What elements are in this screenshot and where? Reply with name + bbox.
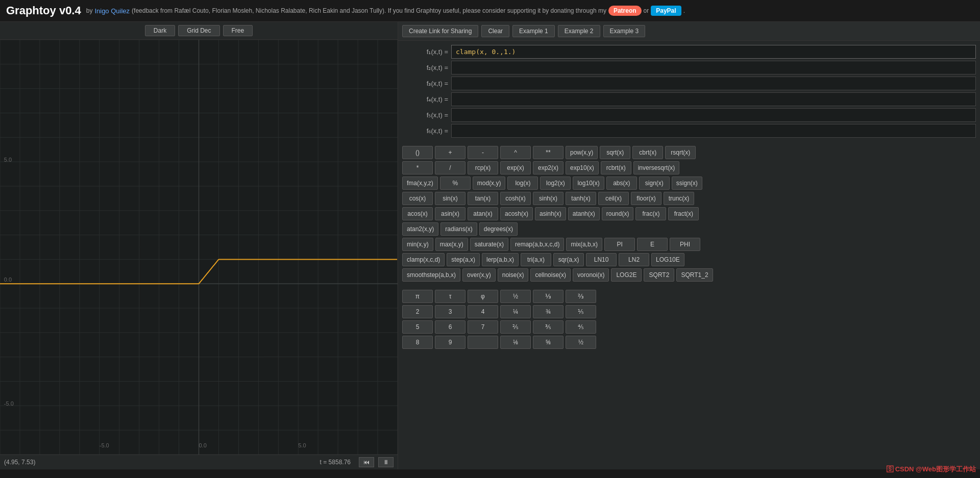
dark-button[interactable]: Dark: [145, 25, 175, 36]
kbtn-_[interactable]: +: [435, 146, 465, 159]
kbtn-sin_x_[interactable]: sin(x): [435, 192, 465, 205]
nbtn-num-row4-0[interactable]: 8: [402, 336, 433, 349]
kbtn-asin_x_[interactable]: asin(x): [435, 207, 465, 220]
kbtn-mix_a_b_x_[interactable]: mix(a,b,x): [566, 238, 602, 251]
function-input-3[interactable]: [451, 77, 976, 90]
kbtn-max_x_y_[interactable]: max(x,y): [435, 238, 468, 251]
kbtn-trunc_x_[interactable]: trunc(x): [664, 192, 694, 205]
kbtn-clamp_x_c_d_[interactable]: clamp(x,c,d): [402, 253, 445, 266]
kbtn-rcp_x_[interactable]: rcp(x): [468, 161, 498, 174]
nbtn-num-row4-2[interactable]: [468, 336, 498, 349]
pause-button[interactable]: ⏸: [378, 457, 394, 467]
kbtn-degrees_x_[interactable]: degrees(x): [479, 222, 518, 236]
kbtn-ceil_x_[interactable]: ceil(x): [598, 192, 629, 205]
kbtn-cbrt_x_[interactable]: cbrt(x): [632, 146, 663, 159]
function-input-5[interactable]: [451, 108, 976, 122]
nbtn-num-row3-5[interactable]: ⅘: [566, 320, 596, 334]
kbtn-min_x_y_[interactable]: min(x,y): [402, 238, 433, 251]
kbtn-exp2_x_[interactable]: exp2(x): [533, 161, 564, 174]
kbtn-SQRT2[interactable]: SQRT2: [644, 268, 674, 282]
kbtn-cos_x_[interactable]: cos(x): [402, 192, 433, 205]
example2-button[interactable]: Example 2: [558, 25, 600, 37]
kbtn-pow_x_y_[interactable]: pow(x,y): [566, 146, 598, 159]
nbtn-num-row2-0[interactable]: 2: [402, 305, 433, 318]
kbtn-_[interactable]: ^: [500, 146, 531, 159]
kbtn-round_x_[interactable]: round(x): [602, 207, 634, 220]
nbtn-num-row2-4[interactable]: ¾: [533, 305, 564, 318]
kbtn-PI[interactable]: PI: [604, 238, 635, 251]
free-button[interactable]: Free: [223, 25, 253, 36]
kbtn-SQRT1_2[interactable]: SQRT1_2: [676, 268, 713, 282]
kbtn-atan_x_[interactable]: atan(x): [468, 207, 498, 220]
kbtn-LOG2E[interactable]: LOG2E: [611, 268, 642, 282]
kbtn-__[interactable]: (): [402, 146, 433, 159]
kbtn-_[interactable]: *: [402, 161, 433, 174]
grid-dec-button[interactable]: Grid Dec: [178, 25, 219, 36]
kbtn-_[interactable]: -: [468, 146, 498, 159]
nbtn-num-row2-5[interactable]: ⅕: [566, 305, 596, 318]
kbtn-atanh_x_[interactable]: atanh(x): [568, 207, 600, 220]
clear-button[interactable]: Clear: [481, 25, 509, 37]
patreon-button[interactable]: Patreon: [608, 6, 642, 16]
kbtn-noise_x_[interactable]: noise(x): [498, 268, 529, 282]
kbtn-sqrt_x_[interactable]: sqrt(x): [600, 146, 630, 159]
kbtn-fma_x_y_z_[interactable]: fma(x,y,z): [402, 177, 438, 190]
kbtn-E[interactable]: E: [637, 238, 668, 251]
kbtn-mod_x_y_[interactable]: mod(x,y): [473, 177, 506, 190]
kbtn-asinh_x_[interactable]: asinh(x): [535, 207, 566, 220]
kbtn-inversesqrt_x_[interactable]: inversesqrt(x): [633, 161, 680, 174]
nbtn-num-row4-1[interactable]: 9: [435, 336, 465, 349]
nbtn-num-specials-1[interactable]: τ: [435, 290, 465, 303]
nbtn-num-row3-2[interactable]: 7: [468, 320, 498, 334]
function-input-4[interactable]: [451, 92, 976, 106]
nbtn-num-row2-1[interactable]: 3: [435, 305, 465, 318]
kbtn-tri_a_x_[interactable]: tri(a,x): [521, 253, 551, 266]
kbtn-log_x_[interactable]: log(x): [507, 177, 538, 190]
paypal-button[interactable]: PayPal: [651, 6, 681, 16]
kbtn-acos_x_[interactable]: acos(x): [402, 207, 433, 220]
example1-button[interactable]: Example 1: [512, 25, 555, 37]
kbtn-acosh_x_[interactable]: acosh(x): [500, 207, 533, 220]
rewind-button[interactable]: ⏮: [359, 457, 374, 467]
author-link[interactable]: Inigo Quilez: [94, 7, 130, 15]
kbtn-step_a_x_[interactable]: step(a,x): [447, 253, 480, 266]
nbtn-num-specials-2[interactable]: φ: [468, 290, 498, 303]
kbtn-PHI[interactable]: PHI: [670, 238, 700, 251]
graph-canvas[interactable]: [0, 40, 398, 455]
kbtn-cosh_x_[interactable]: cosh(x): [500, 192, 531, 205]
nbtn-num-specials-4[interactable]: ⅓: [533, 290, 564, 303]
kbtn-ssign_x_[interactable]: ssign(x): [672, 177, 702, 190]
nbtn-num-row3-1[interactable]: 6: [435, 320, 465, 334]
kbtn-smoothstep_a_b_x_[interactable]: smoothstep(a,b,x): [402, 268, 460, 282]
kbtn-log2_x_[interactable]: log2(x): [540, 177, 571, 190]
function-input-2[interactable]: [451, 61, 976, 74]
kbtn-tan_x_[interactable]: tan(x): [468, 192, 498, 205]
kbtn-abs_x_[interactable]: abs(x): [606, 177, 637, 190]
kbtn-saturate_x_[interactable]: saturate(x): [470, 238, 508, 251]
nbtn-num-row4-3[interactable]: ⅛: [500, 336, 531, 349]
nbtn-num-row3-3[interactable]: ⅖: [500, 320, 531, 334]
nbtn-num-specials-3[interactable]: ½: [500, 290, 531, 303]
kbtn-_[interactable]: %: [440, 177, 471, 190]
kbtn-__[interactable]: **: [533, 146, 564, 159]
kbtn-lerp_a_b_x_[interactable]: lerp(a,b,x): [482, 253, 519, 266]
nbtn-num-row3-0[interactable]: 5: [402, 320, 433, 334]
nbtn-num-row4-4[interactable]: ⅝: [533, 336, 564, 349]
kbtn-sinh_x_[interactable]: sinh(x): [533, 192, 564, 205]
kbtn-atan2_x_y_[interactable]: atan2(x,y): [402, 222, 438, 236]
function-input-6[interactable]: [451, 124, 976, 138]
nbtn-num-specials-5[interactable]: ⅔: [566, 290, 596, 303]
kbtn-_[interactable]: /: [435, 161, 465, 174]
example3-button[interactable]: Example 3: [603, 25, 646, 37]
kbtn-fract_x_[interactable]: fract(x): [668, 207, 699, 220]
kbtn-voronoi_x_[interactable]: voronoi(x): [573, 268, 609, 282]
kbtn-LOG10E[interactable]: LOG10E: [651, 253, 684, 266]
kbtn-floor_x_[interactable]: floor(x): [631, 192, 662, 205]
kbtn-remap_a_b_x_c_d_[interactable]: remap(a,b,x,c,d): [510, 238, 564, 251]
nbtn-num-row2-2[interactable]: 4: [468, 305, 498, 318]
kbtn-frac_x_[interactable]: frac(x): [635, 207, 666, 220]
kbtn-over_x_y_[interactable]: over(x,y): [462, 268, 496, 282]
kbtn-radians_x_[interactable]: radians(x): [440, 222, 477, 236]
kbtn-LN2[interactable]: LN2: [619, 253, 649, 266]
nbtn-num-row2-3[interactable]: ¼: [500, 305, 531, 318]
